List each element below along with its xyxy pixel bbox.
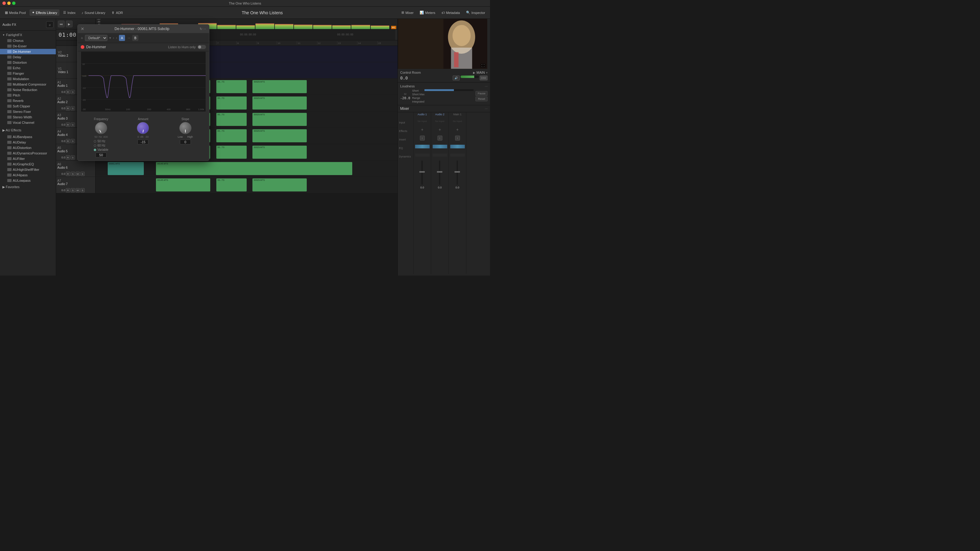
ch-effects-add-a2[interactable]: + <box>438 127 441 132</box>
listen-toggle-switch[interactable] <box>197 45 206 49</box>
ch-effects-add-a1[interactable]: + <box>421 127 423 132</box>
clip-a2-3[interactable]: 00029.MTS <box>253 97 307 109</box>
preset-dropdown-button[interactable]: ▾ <box>109 36 111 40</box>
vocal-channel-item[interactable]: Vocal Channel <box>0 120 56 125</box>
audistortion-item[interactable]: AUDistortion <box>0 145 56 150</box>
amount-knob[interactable] <box>137 122 149 134</box>
track-solo-a2[interactable]: S <box>71 106 75 110</box>
ch-eq-a2[interactable] <box>433 142 447 151</box>
track-record-a5[interactable]: R <box>66 155 70 159</box>
track-solo-a7[interactable]: S <box>71 188 75 193</box>
clip-a1-3[interactable]: 00029.MTS <box>253 80 307 93</box>
inspector-button[interactable]: 🔍 Inspector <box>464 10 488 16</box>
track-content-a7[interactable]: 00145.MTS 00...TS 00029.MTS <box>95 177 398 193</box>
clip-a7-2[interactable]: 00...TS <box>216 178 247 191</box>
slope-knob[interactable] <box>179 122 191 134</box>
track-content-a6[interactable]: 00061.MTS 00145.MTS <box>95 161 398 177</box>
ch-fader-m1[interactable] <box>455 171 460 173</box>
ab-b-button[interactable]: B <box>132 35 138 41</box>
auhighshelf-item[interactable]: AUHighShelfFilter <box>0 167 56 172</box>
favorites-header[interactable]: ▶ Favorites <box>0 183 56 191</box>
au-effects-header[interactable]: ▶ AU Effects <box>0 126 56 134</box>
aubandpass-item[interactable]: AUBandpass <box>0 134 56 140</box>
volume-slider[interactable] <box>461 76 479 78</box>
track-extra-a6[interactable]: S <box>80 172 85 176</box>
mixer-menu-button[interactable]: ··· <box>485 107 488 110</box>
mixer-button[interactable]: ⊞ Mixer <box>399 10 416 16</box>
metadata-button[interactable]: 🏷 Metadata <box>439 10 462 16</box>
clip-a6-2[interactable]: 00145.MTS <box>156 162 352 175</box>
clip-a5-2[interactable]: 00...TS <box>216 146 247 158</box>
track-record-a7[interactable]: R <box>66 188 70 193</box>
clip-a4-3[interactable]: 00029.MTS <box>253 129 307 142</box>
aulowpass-item[interactable]: AULowpass <box>0 178 56 183</box>
track-record-a1[interactable]: R <box>66 90 70 94</box>
auhipass-item[interactable]: AUHipass <box>0 172 56 178</box>
effects-library-button[interactable]: ✦ Effects Library <box>29 10 59 16</box>
echo-item[interactable]: Echo <box>0 65 56 71</box>
frequency-knob[interactable] <box>95 122 107 134</box>
pause-button[interactable]: Pause <box>476 91 488 96</box>
delay-item[interactable]: Delay <box>0 54 56 60</box>
ch-effects-add-m1[interactable]: + <box>456 127 458 132</box>
radio-50hz[interactable]: 50 Hz <box>94 140 108 143</box>
ch-eq-display-a2[interactable] <box>433 145 447 148</box>
adr-button[interactable]: 🎙 ADR <box>109 10 125 16</box>
ch-eq-display-a1[interactable] <box>415 145 430 148</box>
track-solo-a4[interactable]: S <box>71 139 75 143</box>
noise-reduction-item[interactable]: Noise Reduction <box>0 87 56 92</box>
flanger-item[interactable]: Flanger <box>0 71 56 76</box>
media-pool-button[interactable]: ▦ Media Pool <box>2 10 28 16</box>
ch-insert-btn-a2[interactable]: I <box>438 135 442 140</box>
track-solo-a6[interactable]: S <box>71 172 75 176</box>
go-to-start-button[interactable]: ⏮ <box>58 21 65 27</box>
dialog-menu-button[interactable]: ··· <box>203 27 206 31</box>
reverb-item[interactable]: Reverb <box>0 98 56 104</box>
minimize-button[interactable] <box>7 2 11 5</box>
de-hummer-item[interactable]: De-Hummer <box>0 49 56 54</box>
track-solo-a1[interactable]: S <box>71 90 75 94</box>
power-dot[interactable] <box>81 45 84 49</box>
clip-a6-1[interactable]: 00061.MTS <box>108 162 144 175</box>
clip-a5-3[interactable]: 00029.MTS <box>253 146 307 158</box>
dialog-refresh-button[interactable]: ↻ <box>200 27 202 31</box>
multiband-compressor-item[interactable]: Multiband Compressor <box>0 81 56 87</box>
track-mute-a7[interactable]: M <box>76 188 80 193</box>
next-preset-button[interactable]: › <box>116 36 117 40</box>
audelay-item[interactable]: AUDelay <box>0 140 56 145</box>
clip-a1-2[interactable]: 00...TS <box>216 80 247 93</box>
track-record-a2[interactable]: R <box>66 106 70 110</box>
ab-a-button[interactable]: A <box>119 35 125 41</box>
radio-60hz[interactable]: 60 Hz <box>94 144 108 147</box>
ch-fader-a1[interactable] <box>419 171 425 173</box>
dialog-add-button[interactable]: + <box>81 35 83 40</box>
clip-a7-3[interactable]: 00029.MTS <box>253 178 307 191</box>
track-solo-a3[interactable]: S <box>71 123 75 127</box>
play-button[interactable]: ▶ <box>66 21 73 27</box>
aufilter-item[interactable]: AUFilter <box>0 156 56 161</box>
ch-insert-btn-a1[interactable]: I <box>420 135 425 140</box>
track-record-a3[interactable]: R <box>66 123 70 127</box>
clip-a7-1[interactable]: 00145.MTS <box>156 178 210 191</box>
index-button[interactable]: ☰ Index <box>61 10 78 16</box>
video-fullscreen-button[interactable]: ⛶ <box>480 64 485 68</box>
track-solo-a5[interactable]: S <box>71 155 75 159</box>
track-record-a4[interactable]: R <box>66 139 70 143</box>
chorus-item[interactable]: Chorus <box>0 38 56 43</box>
loudness-menu-button[interactable]: ··· <box>485 84 488 88</box>
radio-variable[interactable]: Variable <box>94 148 108 151</box>
clip-a3-2[interactable]: 00...TS <box>216 113 247 126</box>
sound-library-button[interactable]: ♪ Sound Library <box>79 10 108 16</box>
augraphiceq-item[interactable]: AUGraphicEQ <box>0 161 56 167</box>
modulation-item[interactable]: Modulation <box>0 76 56 81</box>
clip-a3-3[interactable]: 00029.MTS <box>253 113 307 126</box>
close-button[interactable] <box>2 2 6 5</box>
distortion-item[interactable]: Distortion <box>0 60 56 65</box>
soft-clipper-item[interactable]: Soft Clipper <box>0 104 56 109</box>
ch-eq-a1[interactable] <box>415 142 430 151</box>
ch-fader-a2[interactable] <box>437 171 442 173</box>
maximize-button[interactable] <box>12 2 16 5</box>
clip-a2-2[interactable]: 00...TS <box>216 97 247 109</box>
track-record-a6[interactable]: R <box>66 172 70 176</box>
preset-select[interactable]: Default* <box>85 35 107 41</box>
